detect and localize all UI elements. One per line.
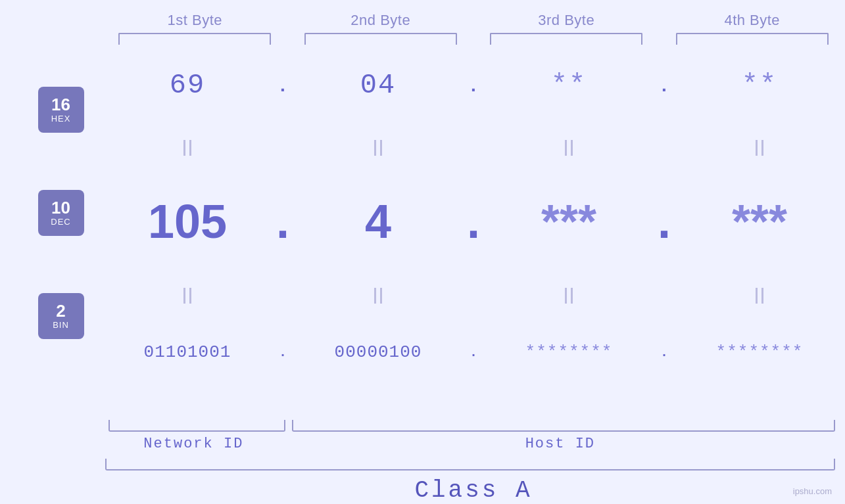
bin-dot-2: . <box>464 344 483 359</box>
top-bracket-2 <box>304 33 457 45</box>
hex-dot-3: . <box>654 75 674 96</box>
class-label: Class A <box>102 477 845 504</box>
bin-badge-label: BIN <box>53 320 69 330</box>
hex-dot-1: . <box>273 75 293 96</box>
dec-dot-3: . <box>654 195 674 248</box>
top-bracket-1 <box>118 33 271 45</box>
bin-row: 01101001 . 00000100 . ******** . *******… <box>102 342 845 362</box>
hex-badge: 16 HEX <box>38 87 84 133</box>
byte-header-1: 1st Byte <box>102 12 288 29</box>
network-id-bracket <box>109 420 285 432</box>
host-id-bracket <box>292 420 835 432</box>
id-labels-row: Network ID Host ID <box>102 436 835 452</box>
byte-header-4: 4th Byte <box>660 12 846 29</box>
left-badges: 16 HEX 10 DEC 2 BIN <box>0 51 102 420</box>
byte-headers-row: 1st Byte 2nd Byte 3rd Byte 4th Byte <box>0 0 845 29</box>
sep-1 <box>102 138 845 158</box>
bin-b2: 00000100 <box>335 342 422 362</box>
main-container: 1st Byte 2nd Byte 3rd Byte 4th Byte 16 H… <box>0 0 845 504</box>
hex-b2: 04 <box>360 70 396 101</box>
dec-badge-num: 10 <box>51 198 70 218</box>
dec-b3: *** <box>541 195 596 248</box>
dec-badge-label: DEC <box>51 217 70 227</box>
network-id-label: Network ID <box>102 436 285 452</box>
data-rows: 69 . 04 . ** . ** 105 . <box>102 51 845 420</box>
host-id-label: Host ID <box>285 436 835 452</box>
bin-badge: 2 BIN <box>38 293 84 339</box>
top-bracket-3 <box>490 33 642 45</box>
dec-dot-2: . <box>464 195 483 248</box>
bin-b1: 01101001 <box>144 342 231 362</box>
dec-b2: 4 <box>365 195 391 248</box>
hex-dot-2: . <box>464 75 483 96</box>
outer-bottom-bracket <box>105 459 835 470</box>
dec-row: 105 . 4 . *** . *** <box>102 195 845 248</box>
byte-header-2: 2nd Byte <box>288 12 474 29</box>
dec-dot-1: . <box>273 195 293 248</box>
hex-b1: 69 <box>170 70 205 101</box>
hex-b3: ** <box>551 70 587 101</box>
bin-b4: ******** <box>716 342 804 362</box>
watermark: ipshu.com <box>793 486 832 496</box>
dec-badge: 10 DEC <box>38 190 84 236</box>
bin-b3: ******** <box>525 342 613 362</box>
hex-badge-label: HEX <box>51 114 71 124</box>
main-content: 16 HEX 10 DEC 2 BIN 69 . 04 . ** . ** <box>0 51 845 420</box>
bin-dot-3: . <box>654 344 674 359</box>
hex-b4: ** <box>742 70 777 101</box>
hex-badge-num: 16 <box>51 95 70 114</box>
top-brackets <box>0 33 845 45</box>
dec-b4: *** <box>732 195 787 248</box>
byte-header-3: 3rd Byte <box>473 12 660 29</box>
hex-row: 69 . 04 . ** . ** <box>102 70 845 101</box>
bottom-brackets-row <box>102 420 835 432</box>
bin-badge-num: 2 <box>56 302 65 321</box>
sep-2 <box>102 286 845 306</box>
dec-b1: 105 <box>148 195 227 248</box>
top-bracket-4 <box>676 33 829 45</box>
bin-dot-1: . <box>273 344 293 359</box>
bottom-area: Network ID Host ID Class A <box>0 420 845 504</box>
